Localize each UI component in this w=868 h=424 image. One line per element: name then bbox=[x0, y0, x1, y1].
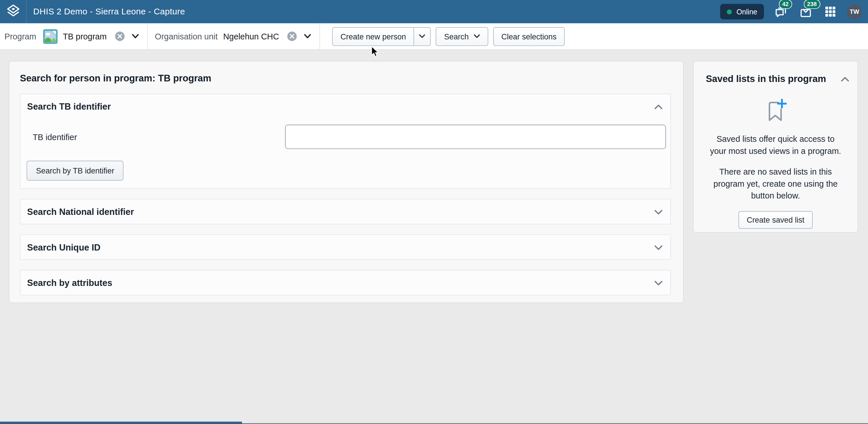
search-dropdown-button[interactable]: Search bbox=[436, 27, 488, 46]
orgunit-chevron-down-icon[interactable] bbox=[304, 34, 311, 38]
accordion-national-identifier-header[interactable]: Search National identifier bbox=[21, 199, 670, 225]
dhis2-logo-icon bbox=[5, 3, 21, 20]
search-chevron-down-icon bbox=[474, 34, 480, 38]
page-title: Search for person in program: TB program bbox=[20, 73, 671, 84]
bookmark-add-icon bbox=[764, 98, 788, 124]
orgunit-value[interactable]: Ngelehun CHC bbox=[223, 32, 279, 41]
search-card: Search for person in program: TB program… bbox=[9, 61, 684, 303]
tb-identifier-field-row: TB identifier bbox=[21, 124, 670, 149]
app-title: DHIS 2 Demo - Sierra Leone - Capture bbox=[33, 7, 185, 17]
saved-lists-description: Saved lists offer quick access to your m… bbox=[693, 133, 857, 157]
accordion-tb-identifier: Search TB identifier TB identifier Searc… bbox=[20, 93, 671, 189]
accordion-label: Search by attributes bbox=[27, 278, 112, 288]
program-value[interactable]: TB program bbox=[63, 32, 107, 41]
toolbar-divider bbox=[319, 23, 320, 50]
create-saved-list-button[interactable]: Create saved list bbox=[738, 211, 813, 229]
program-clear-icon[interactable] bbox=[115, 32, 124, 41]
search-by-tb-identifier-button[interactable]: Search by TB identifier bbox=[26, 161, 124, 181]
tb-identifier-label: TB identifier bbox=[33, 132, 285, 142]
inbox-count-badge: 238 bbox=[804, 0, 820, 9]
program-icon bbox=[43, 29, 57, 44]
dhis2-logo[interactable] bbox=[0, 0, 26, 23]
chevron-down-icon[interactable] bbox=[654, 209, 663, 215]
saved-lists-title: Saved lists in this program bbox=[706, 74, 826, 85]
messages-count-badge: 42 bbox=[779, 0, 792, 9]
clear-selections-button[interactable]: Clear selections bbox=[493, 27, 565, 46]
saved-lists-panel: Saved lists in this program Saved lists … bbox=[693, 61, 858, 233]
tb-identifier-input[interactable] bbox=[285, 124, 666, 149]
program-selector: Program TB program bbox=[4, 29, 139, 44]
mouse-cursor bbox=[371, 46, 379, 58]
main-content: Search for person in program: TB program… bbox=[0, 50, 868, 424]
toolbar-divider bbox=[147, 23, 148, 50]
accordion-attributes: Search by attributes bbox=[20, 270, 671, 295]
online-status: Online bbox=[720, 4, 764, 19]
messages-button[interactable]: 42 bbox=[772, 3, 789, 20]
accordion-label: Search National identifier bbox=[27, 207, 134, 217]
toolbar-buttons: Create new person Search Clear selection… bbox=[332, 27, 565, 46]
apps-menu-button[interactable] bbox=[822, 3, 839, 20]
accordion-attributes-header[interactable]: Search by attributes bbox=[21, 271, 670, 296]
accordion-tb-identifier-header[interactable]: Search TB identifier bbox=[21, 94, 670, 120]
orgunit-clear-icon[interactable] bbox=[287, 32, 297, 41]
context-toolbar: Program TB program Organisation unit Nge… bbox=[0, 23, 868, 50]
chevron-down-icon[interactable] bbox=[654, 280, 663, 286]
program-label: Program bbox=[4, 32, 36, 41]
program-chevron-down-icon[interactable] bbox=[132, 34, 139, 38]
orgunit-selector: Organisation unit Ngelehun CHC bbox=[155, 32, 311, 41]
accordion-unique-id-header[interactable]: Search Unique ID bbox=[21, 235, 670, 261]
saved-lists-header: Saved lists in this program bbox=[693, 74, 857, 85]
accordion-national-identifier: Search National identifier bbox=[20, 199, 671, 224]
search-button-label: Search bbox=[444, 32, 468, 41]
create-new-person-split-button: Create new person bbox=[332, 27, 431, 46]
chevron-down-icon[interactable] bbox=[654, 245, 663, 250]
apps-grid-icon bbox=[824, 5, 836, 18]
saved-lists-empty-message: There are no saved lists in this program… bbox=[693, 166, 857, 201]
chevron-up-icon[interactable] bbox=[841, 77, 849, 82]
accordion-unique-id: Search Unique ID bbox=[20, 234, 671, 260]
create-new-chevron-down-icon[interactable] bbox=[414, 27, 430, 45]
header-actions: Online 42 238 bbox=[720, 3, 868, 20]
chevron-up-icon[interactable] bbox=[654, 104, 663, 110]
online-dot-icon bbox=[727, 9, 732, 14]
accordion-label: Search TB identifier bbox=[27, 102, 111, 112]
create-new-person-button[interactable]: Create new person bbox=[333, 27, 414, 45]
inbox-button[interactable]: 238 bbox=[797, 3, 814, 20]
accordion-label: Search Unique ID bbox=[27, 243, 100, 253]
headerbar: DHIS 2 Demo - Sierra Leone - Capture Onl… bbox=[0, 0, 868, 23]
online-label: Online bbox=[736, 7, 757, 16]
user-avatar[interactable]: TW bbox=[847, 4, 862, 19]
capture-app: DHIS 2 Demo - Sierra Leone - Capture Onl… bbox=[0, 0, 868, 424]
orgunit-label: Organisation unit bbox=[155, 32, 218, 41]
